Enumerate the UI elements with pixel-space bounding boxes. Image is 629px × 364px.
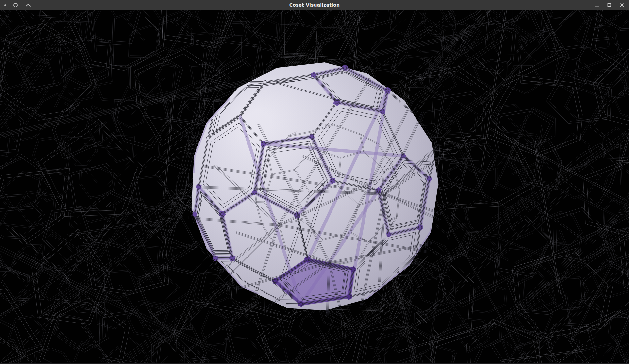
app-window: Coset Visualization: [0, 0, 629, 364]
coset-3d-canvas[interactable]: [0, 10, 629, 363]
minimize-button[interactable]: [593, 1, 601, 8]
visualization-area: [0, 10, 629, 364]
close-button[interactable]: [618, 1, 625, 8]
titlebar-left-icons: [0, 1, 32, 8]
titlebar: Coset Visualization: [0, 0, 629, 10]
maximize-button[interactable]: [606, 1, 613, 8]
dot-icon: [4, 4, 6, 6]
chevron-up-icon[interactable]: [25, 1, 32, 8]
window-controls: [593, 1, 629, 8]
window-title: Coset Visualization: [0, 2, 629, 8]
circle-icon[interactable]: [12, 1, 19, 8]
